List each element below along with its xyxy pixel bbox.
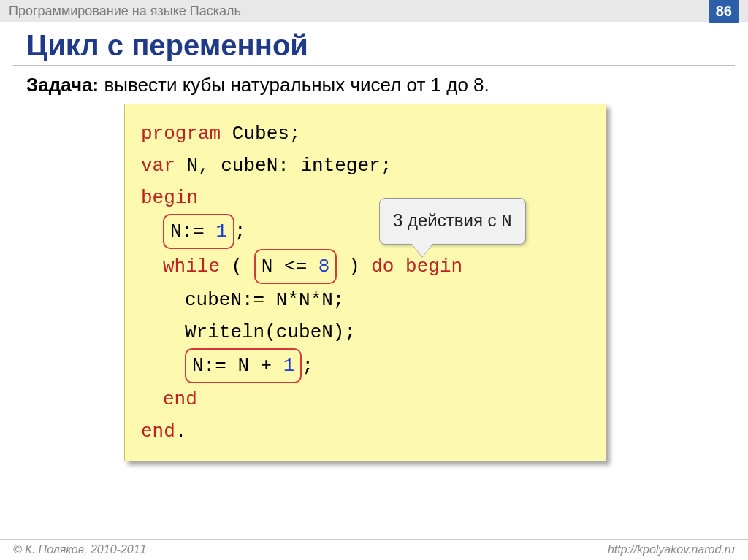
keyword-program: program [141,123,221,145]
highlight-cond: N <= 8 [254,249,337,284]
keyword-do-begin: do begin [371,256,462,277]
code-line-8: N:= N + 1; [141,348,589,383]
header-bar: Программирование на языке Паскаль 86 [0,0,748,22]
code-line-10: end. [141,415,589,448]
footer-bar: © К. Поляков, 2010-2011 http://kpolyakov… [0,539,748,560]
footer-url: http://kpolyakov.narod.ru [608,543,735,556]
course-title: Программирование на языке Паскаль [9,4,241,19]
task-label: Задача: [26,74,99,96]
keyword-end-inner: end [163,388,197,410]
code-area: program Cubes; var N, cubeN: integer; be… [124,104,606,461]
page-number: 86 [709,0,739,23]
keyword-begin: begin [141,187,198,209]
code-box: program Cubes; var N, cubeN: integer; be… [124,104,606,461]
code-line-2: var N, cubeN: integer; [141,150,589,182]
code-line-9: end [141,383,589,415]
code-line-6: cubeN:= N*N*N; [141,284,589,316]
callout-bubble: 3 действия с N [379,198,526,245]
callout-text: 3 действия с [393,210,501,230]
keyword-var: var [141,155,175,177]
divider [13,65,735,66]
callout-variable: N [501,212,511,231]
keyword-while: while [163,256,220,277]
slide-title: Цикл с переменной [0,22,748,65]
keyword-end-outer: end [141,421,175,442]
copyright: © К. Поляков, 2010-2011 [13,543,146,556]
task-text: вывести кубы натуральных чисел от 1 до 8… [99,74,489,96]
code-line-7: Writeln(cubeN); [141,316,589,348]
code-line-5: while ( N <= 8 ) do begin [141,249,589,284]
highlight-step: N:= N + 1 [185,348,302,383]
code-line-1: program Cubes; [141,118,589,150]
highlight-init: N:= 1 [163,214,234,249]
task-line: Задача: вывести кубы натуральных чисел о… [0,71,748,104]
